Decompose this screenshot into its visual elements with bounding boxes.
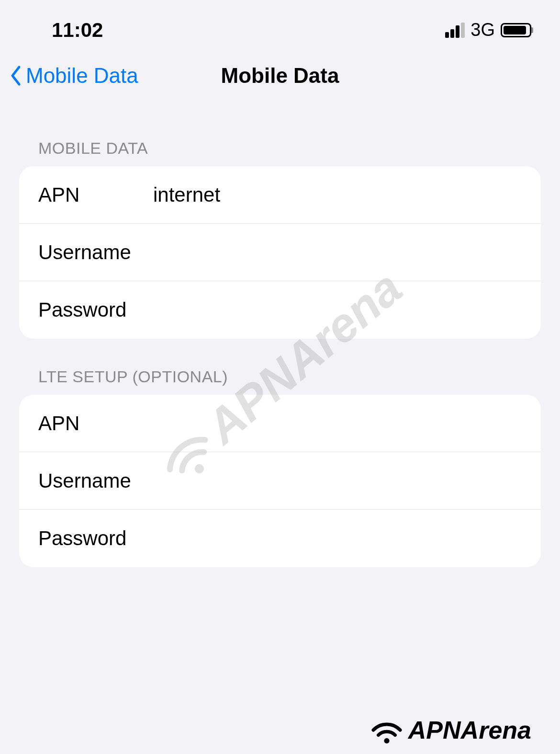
lte-username-input[interactable] <box>153 469 522 492</box>
status-right-group: 3G <box>445 20 531 40</box>
chevron-left-icon <box>10 65 22 86</box>
section-mobile-data: APN Username Password <box>19 166 541 339</box>
status-time: 11:02 <box>29 19 103 42</box>
field-label: Password <box>38 527 153 550</box>
field-label: APN <box>38 183 153 206</box>
section-header-mobile-data: MOBILE DATA <box>0 110 560 166</box>
battery-icon <box>501 23 531 37</box>
wifi-icon <box>370 713 403 747</box>
svg-point-1 <box>384 738 389 743</box>
row-lte-apn[interactable]: APN <box>19 395 541 452</box>
section-header-lte-setup: LTE SETUP (OPTIONAL) <box>0 339 560 395</box>
password-input[interactable] <box>153 298 522 321</box>
signal-icon <box>445 23 465 38</box>
navigation-bar: Mobile Data Mobile Data <box>0 53 560 110</box>
row-lte-password[interactable]: Password <box>19 510 541 567</box>
status-bar: 11:02 3G <box>0 0 560 53</box>
lte-apn-input[interactable] <box>153 412 522 435</box>
field-label: APN <box>38 412 153 435</box>
row-mobile-data-apn[interactable]: APN <box>19 166 541 224</box>
section-lte-setup: APN Username Password <box>19 395 541 567</box>
row-mobile-data-password[interactable]: Password <box>19 281 541 339</box>
back-button[interactable]: Mobile Data <box>10 64 138 88</box>
field-label: Username <box>38 241 153 264</box>
network-type-label: 3G <box>470 20 495 40</box>
field-label: Username <box>38 469 153 492</box>
page-title: Mobile Data <box>221 64 339 88</box>
username-input[interactable] <box>153 241 522 264</box>
row-lte-username[interactable]: Username <box>19 452 541 510</box>
footer-brand: APNArena <box>370 713 531 747</box>
row-mobile-data-username[interactable]: Username <box>19 224 541 281</box>
lte-password-input[interactable] <box>153 527 522 550</box>
field-label: Password <box>38 298 153 321</box>
back-button-label: Mobile Data <box>26 64 138 88</box>
apn-input[interactable] <box>153 183 522 206</box>
